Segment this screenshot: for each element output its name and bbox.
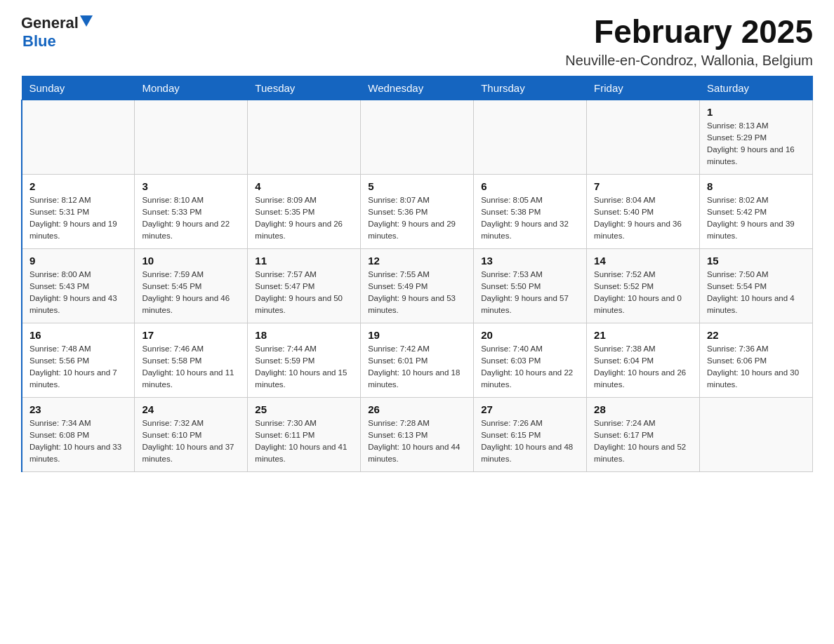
calendar-day-14: 14Sunrise: 7:52 AM Sunset: 5:52 PM Dayli… <box>587 248 700 323</box>
day-info: Sunrise: 7:55 AM Sunset: 5:49 PM Dayligh… <box>368 269 466 317</box>
calendar-day-10: 10Sunrise: 7:59 AM Sunset: 5:45 PM Dayli… <box>135 248 248 323</box>
calendar-day-empty <box>248 100 361 174</box>
day-number: 22 <box>707 329 805 341</box>
day-info: Sunrise: 7:44 AM Sunset: 5:59 PM Dayligh… <box>255 343 353 391</box>
page-header: General Blue February 2025 Neuville-en-C… <box>21 14 813 69</box>
day-number: 1 <box>707 106 805 118</box>
calendar-week-row: 16Sunrise: 7:48 AM Sunset: 5:56 PM Dayli… <box>22 323 813 397</box>
calendar-day-1: 1Sunrise: 8:13 AM Sunset: 5:29 PM Daylig… <box>700 100 813 174</box>
day-header-tuesday: Tuesday <box>248 76 361 100</box>
calendar-day-empty <box>587 100 700 174</box>
svg-marker-0 <box>80 15 93 27</box>
day-number: 12 <box>368 255 466 267</box>
calendar-table: SundayMondayTuesdayWednesdayThursdayFrid… <box>21 76 813 472</box>
day-info: Sunrise: 8:05 AM Sunset: 5:38 PM Dayligh… <box>481 194 579 243</box>
calendar-header-row: SundayMondayTuesdayWednesdayThursdayFrid… <box>22 76 813 100</box>
day-number: 25 <box>255 403 353 415</box>
calendar-day-empty <box>22 100 135 174</box>
calendar-day-12: 12Sunrise: 7:55 AM Sunset: 5:49 PM Dayli… <box>361 248 474 323</box>
day-header-saturday: Saturday <box>700 76 813 100</box>
day-info: Sunrise: 7:52 AM Sunset: 5:52 PM Dayligh… <box>594 269 692 317</box>
day-number: 26 <box>368 403 466 415</box>
day-info: Sunrise: 8:07 AM Sunset: 5:36 PM Dayligh… <box>368 194 466 243</box>
day-info: Sunrise: 8:13 AM Sunset: 5:29 PM Dayligh… <box>707 120 805 168</box>
day-number: 8 <box>707 180 805 192</box>
day-info: Sunrise: 8:09 AM Sunset: 5:35 PM Dayligh… <box>255 194 353 243</box>
day-header-wednesday: Wednesday <box>361 76 474 100</box>
calendar-day-4: 4Sunrise: 8:09 AM Sunset: 5:35 PM Daylig… <box>248 174 361 248</box>
calendar-day-19: 19Sunrise: 7:42 AM Sunset: 6:01 PM Dayli… <box>361 323 474 397</box>
day-number: 6 <box>481 180 579 192</box>
day-number: 20 <box>481 329 579 341</box>
day-info: Sunrise: 7:32 AM Sunset: 6:10 PM Dayligh… <box>142 417 240 466</box>
day-info: Sunrise: 7:34 AM Sunset: 6:08 PM Dayligh… <box>29 417 127 466</box>
calendar-day-17: 17Sunrise: 7:46 AM Sunset: 5:58 PM Dayli… <box>135 323 248 397</box>
day-info: Sunrise: 7:50 AM Sunset: 5:54 PM Dayligh… <box>707 269 805 317</box>
day-number: 2 <box>29 180 127 192</box>
day-info: Sunrise: 7:59 AM Sunset: 5:45 PM Dayligh… <box>142 269 240 317</box>
day-number: 19 <box>368 329 466 341</box>
day-number: 21 <box>594 329 692 341</box>
day-info: Sunrise: 7:38 AM Sunset: 6:04 PM Dayligh… <box>594 343 692 391</box>
month-title: February 2025 <box>565 14 813 50</box>
calendar-day-21: 21Sunrise: 7:38 AM Sunset: 6:04 PM Dayli… <box>587 323 700 397</box>
calendar-day-18: 18Sunrise: 7:44 AM Sunset: 5:59 PM Dayli… <box>248 323 361 397</box>
day-info: Sunrise: 8:10 AM Sunset: 5:33 PM Dayligh… <box>142 194 240 243</box>
day-number: 11 <box>255 255 353 267</box>
calendar-day-27: 27Sunrise: 7:26 AM Sunset: 6:15 PM Dayli… <box>474 397 587 471</box>
day-info: Sunrise: 7:53 AM Sunset: 5:50 PM Dayligh… <box>481 269 579 317</box>
logo: General Blue <box>21 14 93 51</box>
day-number: 10 <box>142 255 240 267</box>
logo-blue: Blue <box>22 32 56 50</box>
day-number: 14 <box>594 255 692 267</box>
logo-general: General <box>21 14 79 32</box>
calendar-day-empty <box>361 100 474 174</box>
day-number: 7 <box>594 180 692 192</box>
day-info: Sunrise: 8:04 AM Sunset: 5:40 PM Dayligh… <box>594 194 692 243</box>
day-number: 18 <box>255 329 353 341</box>
day-info: Sunrise: 7:30 AM Sunset: 6:11 PM Dayligh… <box>255 417 353 466</box>
title-block: February 2025 Neuville-en-Condroz, Wallo… <box>565 14 813 69</box>
calendar-day-3: 3Sunrise: 8:10 AM Sunset: 5:33 PM Daylig… <box>135 174 248 248</box>
calendar-week-row: 9Sunrise: 8:00 AM Sunset: 5:43 PM Daylig… <box>22 248 813 323</box>
calendar-day-empty <box>700 397 813 471</box>
calendar-day-24: 24Sunrise: 7:32 AM Sunset: 6:10 PM Dayli… <box>135 397 248 471</box>
day-number: 27 <box>481 403 579 415</box>
calendar-day-25: 25Sunrise: 7:30 AM Sunset: 6:11 PM Dayli… <box>248 397 361 471</box>
day-info: Sunrise: 8:02 AM Sunset: 5:42 PM Dayligh… <box>707 194 805 243</box>
day-number: 13 <box>481 255 579 267</box>
calendar-day-empty <box>135 100 248 174</box>
calendar-day-7: 7Sunrise: 8:04 AM Sunset: 5:40 PM Daylig… <box>587 174 700 248</box>
calendar-day-15: 15Sunrise: 7:50 AM Sunset: 5:54 PM Dayli… <box>700 248 813 323</box>
calendar-day-22: 22Sunrise: 7:36 AM Sunset: 6:06 PM Dayli… <box>700 323 813 397</box>
calendar-day-2: 2Sunrise: 8:12 AM Sunset: 5:31 PM Daylig… <box>22 174 135 248</box>
day-info: Sunrise: 7:24 AM Sunset: 6:17 PM Dayligh… <box>594 417 692 466</box>
calendar-day-8: 8Sunrise: 8:02 AM Sunset: 5:42 PM Daylig… <box>700 174 813 248</box>
day-number: 3 <box>142 180 240 192</box>
day-info: Sunrise: 7:28 AM Sunset: 6:13 PM Dayligh… <box>368 417 466 466</box>
calendar-day-11: 11Sunrise: 7:57 AM Sunset: 5:47 PM Dayli… <box>248 248 361 323</box>
day-header-monday: Monday <box>135 76 248 100</box>
day-number: 17 <box>142 329 240 341</box>
calendar-day-6: 6Sunrise: 8:05 AM Sunset: 5:38 PM Daylig… <box>474 174 587 248</box>
calendar-week-row: 2Sunrise: 8:12 AM Sunset: 5:31 PM Daylig… <box>22 174 813 248</box>
calendar-day-empty <box>474 100 587 174</box>
day-info: Sunrise: 7:40 AM Sunset: 6:03 PM Dayligh… <box>481 343 579 391</box>
day-number: 16 <box>29 329 127 341</box>
calendar-day-20: 20Sunrise: 7:40 AM Sunset: 6:03 PM Dayli… <box>474 323 587 397</box>
calendar-day-9: 9Sunrise: 8:00 AM Sunset: 5:43 PM Daylig… <box>22 248 135 323</box>
day-info: Sunrise: 7:48 AM Sunset: 5:56 PM Dayligh… <box>29 343 127 391</box>
day-header-sunday: Sunday <box>22 76 135 100</box>
day-info: Sunrise: 8:00 AM Sunset: 5:43 PM Dayligh… <box>29 269 127 317</box>
calendar-day-23: 23Sunrise: 7:34 AM Sunset: 6:08 PM Dayli… <box>22 397 135 471</box>
day-number: 23 <box>29 403 127 415</box>
calendar-day-26: 26Sunrise: 7:28 AM Sunset: 6:13 PM Dayli… <box>361 397 474 471</box>
calendar-week-row: 1Sunrise: 8:13 AM Sunset: 5:29 PM Daylig… <box>22 100 813 174</box>
day-info: Sunrise: 7:46 AM Sunset: 5:58 PM Dayligh… <box>142 343 240 391</box>
calendar-day-13: 13Sunrise: 7:53 AM Sunset: 5:50 PM Dayli… <box>474 248 587 323</box>
day-info: Sunrise: 7:36 AM Sunset: 6:06 PM Dayligh… <box>707 343 805 391</box>
day-number: 15 <box>707 255 805 267</box>
day-number: 9 <box>29 255 127 267</box>
day-info: Sunrise: 8:12 AM Sunset: 5:31 PM Dayligh… <box>29 194 127 243</box>
calendar-day-16: 16Sunrise: 7:48 AM Sunset: 5:56 PM Dayli… <box>22 323 135 397</box>
